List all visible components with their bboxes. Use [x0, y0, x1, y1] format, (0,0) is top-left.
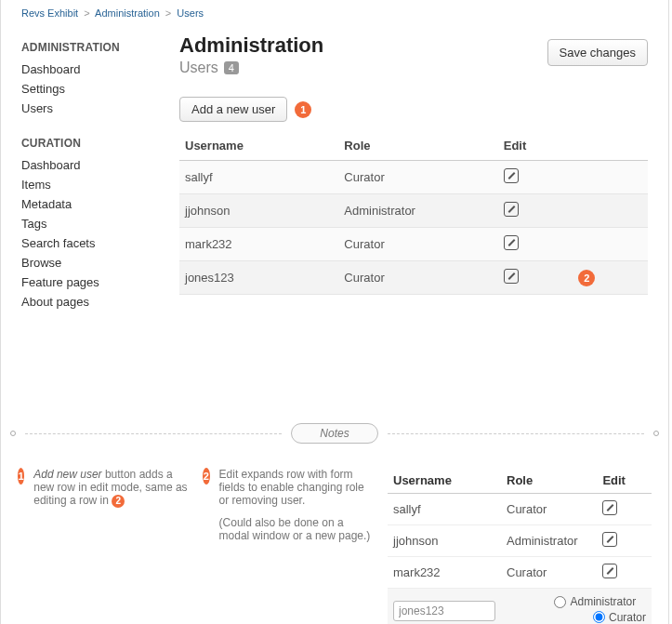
main-panel: Save changes Administration Users 4 Add …	[179, 33, 648, 330]
sidebar-item-dashboard[interactable]: Dashboard	[21, 60, 179, 79]
sidebar-item-cur-aboutpages[interactable]: About pages	[21, 292, 179, 312]
table-row: mark232 Curator	[388, 557, 652, 589]
cell-username: jjohnson	[179, 194, 338, 228]
col-header-edit: Edit	[597, 468, 652, 494]
cell-role: Curator	[338, 228, 497, 261]
role-radio-admin-label: Administrator	[570, 595, 636, 608]
table-row-editing: Administrator Curator	[388, 589, 652, 625]
table-row: jjohnson Administrator	[179, 194, 648, 228]
cell-role: Curator	[501, 557, 597, 589]
role-radio-admin-input[interactable]	[554, 596, 566, 608]
cell-role: Curator	[338, 161, 497, 194]
demo-users-table: Username Role Edit sallyf Curator jjohns…	[388, 468, 652, 624]
sidebar-item-users[interactable]: Users	[21, 99, 179, 118]
edit-icon[interactable]	[504, 168, 519, 183]
sidebar-item-cur-browse[interactable]: Browse	[21, 253, 179, 272]
app-frame: Revs Exhibit > Administration > Users AD…	[0, 0, 669, 624]
sidebar-item-cur-tags[interactable]: Tags	[21, 214, 179, 233]
col-header-username: Username	[388, 468, 501, 494]
sidebar: ADMINISTRATION Dashboard Settings Users …	[21, 33, 179, 330]
col-header-role: Role	[501, 468, 597, 494]
table-row: sallyf Curator	[179, 161, 648, 194]
role-radio-curator-label: Curator	[609, 611, 646, 624]
breadcrumb-link-admin[interactable]: Administration	[95, 7, 160, 19]
demo-panel: Username Role Edit sallyf Curator jjohns…	[388, 468, 652, 624]
note-1-em: Add new user	[33, 468, 101, 481]
cell-username: mark232	[179, 228, 338, 261]
edit-icon[interactable]	[602, 500, 617, 515]
callout-marker-2: 2	[578, 270, 595, 286]
table-row: mark232 Curator	[179, 228, 648, 261]
table-row: sallyf Curator	[388, 494, 652, 525]
callout-marker-1: 1	[295, 101, 311, 118]
note-2-text: Edit expands row with form fields to ena…	[219, 468, 364, 507]
col-header-username: Username	[179, 131, 338, 161]
cell-role: Administrator	[501, 525, 597, 557]
save-changes-button[interactable]: Save changes	[547, 39, 648, 66]
sidebar-header-admin: ADMINISTRATION	[21, 41, 179, 54]
table-row: jjohnson Administrator	[388, 525, 652, 557]
add-user-button[interactable]: Add a new user	[179, 97, 287, 122]
note-1-badge: 1	[18, 468, 24, 485]
cell-username: mark232	[388, 557, 501, 589]
divider-dot-icon	[10, 431, 16, 436]
divider-dot-icon	[653, 431, 659, 436]
page-subtitle: Users	[179, 60, 218, 76]
edit-icon[interactable]	[504, 235, 519, 250]
cell-username: sallyf	[388, 494, 501, 525]
sidebar-header-curation: CURATION	[21, 137, 179, 150]
notes-pill: Notes	[291, 423, 377, 444]
cell-username: jones123	[179, 261, 338, 295]
cell-role: Curator	[338, 261, 497, 295]
cell-role: Curator	[501, 494, 597, 525]
note-1: 1 Add new user button adds a new row in …	[18, 468, 190, 624]
note-2-badge: 2	[203, 468, 210, 485]
users-table: Username Role Edit sallyf Curator jjohns…	[179, 131, 648, 295]
username-input[interactable]	[393, 601, 495, 621]
sidebar-item-settings[interactable]: Settings	[21, 79, 179, 99]
edit-icon[interactable]	[602, 532, 617, 547]
role-radio-curator-input[interactable]	[593, 611, 605, 623]
breadcrumb-link-exhibit[interactable]: Revs Exhibit	[21, 7, 78, 19]
sidebar-item-cur-dashboard[interactable]: Dashboard	[21, 155, 179, 175]
note-1-ref: 2	[112, 495, 125, 508]
edit-icon[interactable]	[602, 564, 617, 578]
table-row: jones123 Curator 2	[179, 261, 648, 295]
sidebar-item-cur-searchfacets[interactable]: Search facets	[21, 233, 179, 253]
cell-username: jjohnson	[388, 525, 501, 557]
col-header-edit: Edit	[498, 131, 573, 161]
sidebar-item-cur-items[interactable]: Items	[21, 175, 179, 194]
notes-area: 1 Add new user button adds a new row in …	[1, 460, 668, 624]
role-radio-admin[interactable]: Administrator	[554, 595, 636, 608]
cell-role: Administrator	[338, 194, 497, 228]
col-header-role: Role	[338, 131, 497, 161]
cell-username: sallyf	[179, 161, 338, 194]
breadcrumb-sep: >	[163, 7, 174, 19]
breadcrumb-link-users[interactable]: Users	[177, 7, 204, 19]
breadcrumb: Revs Exhibit > Administration > Users	[1, 6, 668, 28]
role-radio-curator[interactable]: Curator	[593, 611, 646, 624]
note-2: 2 Edit expands row with form fields to e…	[203, 468, 375, 624]
edit-icon[interactable]	[504, 269, 519, 284]
user-count-badge: 4	[224, 61, 239, 74]
sidebar-item-cur-metadata[interactable]: Metadata	[21, 194, 179, 214]
sidebar-item-cur-featurepages[interactable]: Feature pages	[21, 272, 179, 292]
note-2-subtext: (Could also be done on a modal window or…	[219, 516, 375, 542]
notes-divider: Notes	[1, 406, 668, 460]
breadcrumb-sep: >	[81, 7, 92, 19]
edit-icon[interactable]	[504, 202, 519, 217]
